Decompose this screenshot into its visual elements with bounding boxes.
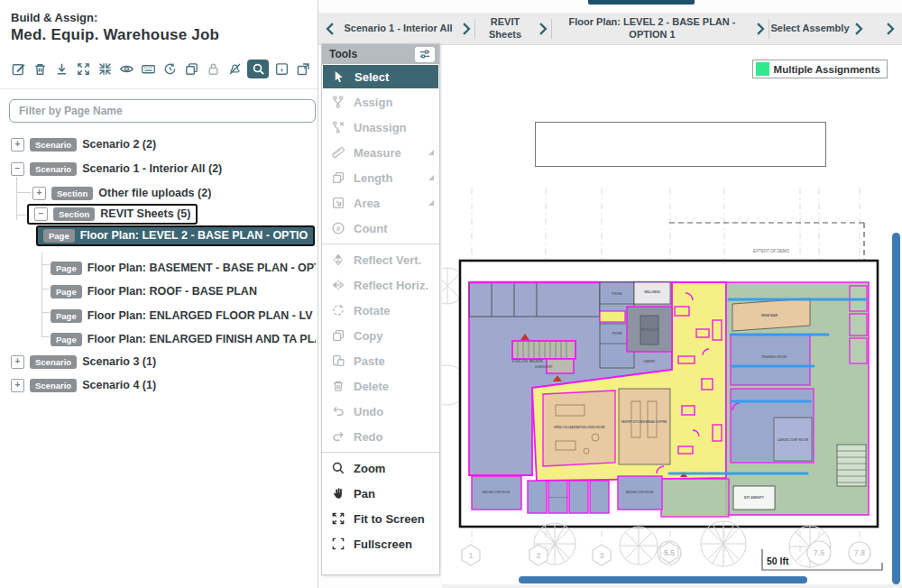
- expander-icon[interactable]: +: [11, 138, 24, 152]
- breadcrumb-page[interactable]: Floor Plan: LEVEL 2 - BASE PLAN - OPTION…: [552, 16, 752, 41]
- bell-off-icon[interactable]: [226, 60, 244, 78]
- section-badge: Section: [51, 187, 93, 200]
- tree-connector: [41, 264, 50, 265]
- expander-icon[interactable]: +: [32, 187, 46, 200]
- tool-paste[interactable]: Paste: [322, 348, 439, 373]
- tool-measure[interactable]: Measure: [322, 140, 439, 165]
- lock-icon[interactable]: [204, 60, 222, 78]
- tree-row-scenario-4[interactable]: + Scenario Scenario 4 (1): [11, 376, 156, 394]
- expander-icon[interactable]: +: [11, 379, 24, 392]
- room-label: MEDIUM CONF ROOM: [626, 491, 654, 494]
- tool-zoom[interactable]: Zoom: [322, 455, 439, 481]
- breadcrumb-scenario[interactable]: Scenario 1 - Interior All: [338, 23, 458, 35]
- grid-bubble-label: 2: [537, 551, 541, 560]
- tools-settings-button[interactable]: [415, 47, 435, 62]
- tool-undo[interactable]: Undo: [322, 399, 439, 424]
- tool-fullscreen[interactable]: Fullscreen: [322, 531, 439, 556]
- tree-row-label: Floor Plan: ROOF - BASE PLAN: [87, 285, 257, 298]
- tree-row-page-enlarged-floor[interactable]: Page Floor Plan: ENLARGED FLOOR PLAN - L…: [51, 307, 316, 325]
- page-badge: Page: [43, 229, 75, 243]
- tool-select[interactable]: Select: [323, 65, 438, 88]
- tool-count[interactable]: # Count: [322, 216, 439, 241]
- divider: [322, 243, 439, 244]
- extent-of-demo-label: EXTENT OF DEMO: [753, 249, 789, 253]
- grid-bubble-label: 3: [600, 551, 604, 560]
- tool-label: Reflect Horiz.: [354, 279, 428, 292]
- vertical-scrollbar[interactable]: [892, 233, 900, 584]
- page-badge: Page: [51, 309, 82, 323]
- tool-label: Fit to Screen: [354, 512, 425, 526]
- room-label: LARGE CONF ROOM: [778, 438, 808, 442]
- submenu-triangle-icon: [428, 175, 434, 180]
- breadcrumb-section[interactable]: REVIT Sheets: [475, 16, 535, 41]
- chevron-right-icon[interactable]: [851, 21, 867, 37]
- tree-row-page-level2-selected[interactable]: Page Floor Plan: LEVEL 2 - BASE PLAN - O…: [36, 226, 315, 244]
- tree-row-page-basement[interactable]: Page Floor Plan: BASEMENT - BASE PLAN - …: [51, 259, 316, 277]
- expand-icon[interactable]: [74, 60, 92, 78]
- duplicate-icon[interactable]: [182, 60, 200, 78]
- tool-unassign[interactable]: Unassign: [322, 115, 439, 140]
- grid-bubble-label: 7.5: [814, 548, 824, 557]
- tree-symbol: [620, 527, 658, 565]
- horizontal-scrollbar[interactable]: [519, 576, 807, 583]
- tool-reflect-horiz[interactable]: Reflect Horiz.: [322, 272, 439, 298]
- room-label: PHONE: [612, 332, 621, 335]
- tree-row-revit-sheets[interactable]: − Section REVIT Sheets (5): [27, 205, 198, 223]
- floor-plan-drawing[interactable]: EXTENT OF DEMO: [442, 176, 893, 577]
- tree-row-label: Scenario 3 (1): [82, 355, 156, 368]
- tree-row-other-uploads[interactable]: + Section Other file uploads (2): [32, 184, 211, 202]
- room-label: LIBRARY: [643, 360, 655, 363]
- tree-row-label: Floor Plan: ENLARGED FLOOR PLAN - LV 1 R…: [87, 309, 316, 322]
- history-icon[interactable]: [161, 60, 179, 78]
- filter-pages-input[interactable]: [9, 99, 316, 123]
- room-label: WINE BAR: [761, 314, 778, 317]
- tool-pan[interactable]: Pan: [322, 481, 439, 506]
- keyboard-icon[interactable]: [139, 60, 157, 78]
- chevron-left-icon[interactable]: [322, 21, 338, 37]
- tool-fit-to-screen[interactable]: Fit to Screen: [322, 506, 439, 531]
- delete-icon[interactable]: [31, 60, 49, 78]
- tree-connector: [41, 289, 50, 289]
- search-icon[interactable]: [247, 60, 269, 78]
- tool-label: Length: [354, 171, 392, 185]
- tool-reflect-vert[interactable]: Reflect Vert.: [322, 247, 439, 272]
- tool-label: Paste: [354, 354, 385, 368]
- chevron-right-icon[interactable]: [882, 21, 898, 37]
- tool-area[interactable]: Area: [322, 190, 439, 216]
- collapse-expander-icon[interactable]: −: [11, 162, 24, 176]
- tool-copy[interactable]: Copy: [322, 323, 439, 348]
- tool-assign[interactable]: Assign: [322, 89, 439, 115]
- visibility-icon[interactable]: [117, 60, 135, 78]
- collapse-expander-icon[interactable]: −: [34, 207, 48, 221]
- expander-icon[interactable]: +: [11, 355, 24, 369]
- tool-label: Reflect Vert.: [354, 253, 421, 267]
- scenario-badge: Scenario: [30, 355, 77, 369]
- chevron-right-icon[interactable]: [535, 21, 551, 37]
- tree-row-page-roof[interactable]: Page Floor Plan: ROOF - BASE PLAN: [51, 282, 316, 300]
- tree-row-page-enlarged-finish[interactable]: Page Floor Plan: ENLARGED FINISH AND TA …: [51, 330, 316, 348]
- multiple-assignments-legend: Multiple Assignments: [752, 60, 888, 78]
- tool-redo[interactable]: Redo: [322, 424, 439, 449]
- tool-delete[interactable]: Delete: [322, 373, 439, 399]
- collapse-icon[interactable]: [96, 60, 114, 78]
- tree-row-label: Scenario 1 - Interior All (2): [82, 162, 222, 175]
- plan-canvas[interactable]: Multiple Assignments EXTENT OF DEMO: [442, 45, 902, 588]
- tree-row-label: Floor Plan: BASEMENT - BASE PLAN - OPTIO…: [87, 262, 316, 274]
- tree-row-scenario-2[interactable]: + Scenario Scenario 2 (2): [11, 135, 156, 153]
- tree-connector: [41, 336, 50, 337]
- open-new-window-icon[interactable]: [294, 60, 312, 78]
- edit-icon[interactable]: [9, 60, 27, 78]
- divider: [322, 452, 439, 453]
- scenario-badge: Scenario: [30, 162, 77, 176]
- info-icon[interactable]: [272, 60, 290, 78]
- tree-row-scenario-1[interactable]: − Scenario Scenario 1 - Interior All (2): [11, 160, 222, 178]
- tool-label: Area: [354, 197, 380, 210]
- tool-rotate[interactable]: Rotate: [322, 298, 439, 323]
- chevron-right-icon[interactable]: [752, 21, 769, 37]
- tree-row-scenario-3[interactable]: + Scenario Scenario 3 (1): [11, 353, 156, 371]
- tool-length[interactable]: Length: [322, 165, 439, 190]
- tree-row-label: Floor Plan: ENLARGED FINISH AND TA PLAN …: [87, 333, 316, 345]
- chevron-right-icon[interactable]: [458, 21, 474, 37]
- breadcrumb-select-assembly[interactable]: Select Assembly: [769, 23, 851, 35]
- download-icon[interactable]: [52, 60, 70, 78]
